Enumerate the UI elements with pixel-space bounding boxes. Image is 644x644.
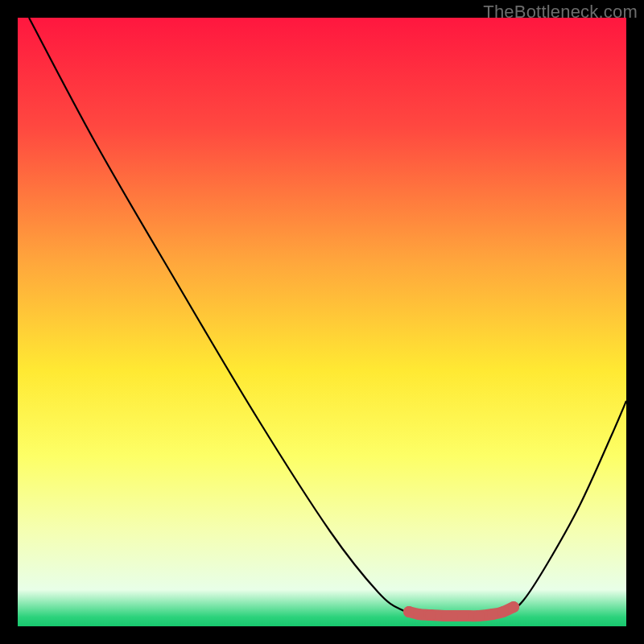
valley-marker-dot — [403, 606, 415, 617]
watermark-text: TheBottleneck.com — [483, 2, 638, 23]
valley-marker-dot — [413, 609, 424, 620]
chart-container: TheBottleneck.com — [0, 0, 644, 644]
valley-marker-dot — [497, 606, 509, 617]
valley-marker-dot — [508, 601, 519, 613]
plot-area — [18, 18, 626, 626]
valley-marker-dot — [487, 609, 498, 620]
gradient-background — [18, 18, 626, 626]
valley-marker-dot — [473, 610, 485, 621]
valley-marker-dot — [457, 610, 469, 621]
valley-marker-dot — [425, 609, 436, 621]
chart-canvas — [0, 0, 644, 644]
valley-marker-dot — [441, 610, 452, 621]
